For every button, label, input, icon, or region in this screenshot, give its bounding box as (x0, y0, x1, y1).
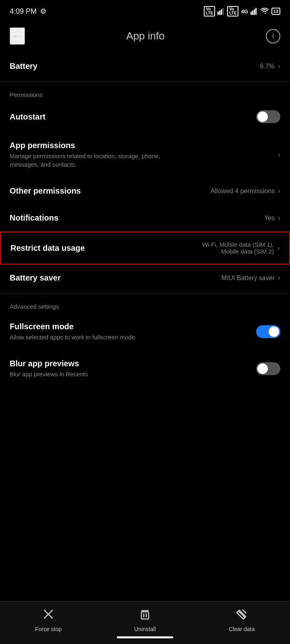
svg-rect-5 (252, 10, 253, 15)
clear-data-label: Clear data (229, 626, 255, 632)
restrict-data-label: Restrict data usage (10, 244, 185, 253)
divider-2 (0, 293, 290, 293)
svg-rect-4 (251, 12, 252, 15)
svg-rect-7 (255, 8, 257, 15)
wifi-icon (260, 8, 269, 15)
app-permissions-row[interactable]: App permissions Manage permissions relat… (0, 132, 290, 178)
info-button[interactable]: i (266, 29, 280, 43)
other-permissions-label: Other permissions (10, 186, 211, 196)
battery-right: 6.7% › (260, 62, 280, 70)
4g-icon: 4G (241, 8, 248, 14)
battery-icon: 13 (271, 8, 280, 15)
battery-value: 6.7% (260, 63, 275, 70)
divider-1 (0, 81, 290, 82)
autostart-left: Autostart (10, 112, 256, 122)
svg-line-16 (243, 610, 246, 613)
info-icon: i (272, 32, 274, 40)
uninstall-label: Uninstall (134, 626, 156, 632)
volte2-icon: VoLTE (227, 6, 238, 17)
other-permissions-row[interactable]: Other permissions Allowed 4 permissions … (0, 178, 290, 204)
app-permissions-right: › (278, 151, 280, 159)
svg-rect-10 (141, 612, 149, 619)
clear-data-icon (235, 608, 248, 623)
fullscreen-toggle-knob (269, 326, 279, 337)
bottom-actions: Force stop Uninstall (0, 608, 290, 632)
svg-rect-6 (254, 9, 255, 15)
notifications-label: Notifications (10, 213, 264, 223)
battery-saver-value: MIUI Battery saver (222, 275, 275, 282)
autostart-row[interactable]: Autostart (0, 101, 290, 132)
blur-toggle-knob (257, 363, 268, 374)
battery-saver-row[interactable]: Battery saver MIUI Battery saver › (0, 264, 290, 291)
back-button[interactable]: ← (10, 27, 25, 45)
app-permissions-chevron: › (278, 151, 280, 159)
blur-subtitle: Blur app previews in Recents (10, 370, 171, 378)
other-permissions-left: Other permissions (10, 186, 211, 196)
notifications-chevron: › (278, 214, 280, 222)
app-permissions-label: App permissions (10, 141, 278, 150)
notifications-value: Yes (264, 215, 275, 222)
blur-toggle[interactable] (256, 362, 280, 375)
bottom-spacer (0, 387, 290, 440)
blur-label: Blur app previews (10, 359, 256, 368)
force-stop-label: Force stop (35, 626, 62, 632)
force-stop-icon (42, 608, 55, 623)
signal1-icon (218, 8, 225, 15)
uninstall-icon (139, 608, 151, 623)
blur-left: Blur app previews Blur app previews in R… (10, 359, 256, 378)
svg-rect-1 (219, 10, 220, 15)
status-left: 4:09 PM ⚙ (10, 7, 46, 16)
restrict-data-right: Wi-Fi, Mobile data (SIM 1), Mobile data … (185, 241, 280, 255)
status-right: VoLTE VoLTE 4G 13 (204, 6, 280, 17)
svg-rect-3 (222, 8, 224, 15)
settings-icon: ⚙ (40, 7, 46, 16)
notifications-right: Yes › (264, 214, 280, 222)
svg-rect-0 (218, 12, 219, 15)
battery-saver-chevron: › (278, 274, 280, 282)
battery-left: Battery (10, 62, 260, 71)
restrict-data-usage-row[interactable]: Restrict data usage Wi-Fi, Mobile data (… (0, 231, 290, 264)
fullscreen-subtitle: Allow selected apps to work in fullscree… (10, 333, 171, 341)
other-permissions-chevron: › (278, 187, 280, 195)
battery-saver-left: Battery saver (10, 273, 222, 283)
force-stop-action[interactable]: Force stop (0, 608, 97, 632)
autostart-toggle-knob (257, 111, 268, 122)
blur-app-previews-row[interactable]: Blur app previews Blur app previews in R… (0, 350, 290, 387)
restrict-data-left: Restrict data usage (10, 244, 185, 253)
restrict-data-value: Wi-Fi, Mobile data (SIM 1), Mobile data … (185, 241, 274, 255)
app-permissions-left: App permissions Manage permissions relat… (10, 141, 278, 169)
header: ← App info i (0, 21, 290, 53)
fullscreen-label: Fullscreen mode (10, 322, 256, 331)
fullscreen-left: Fullscreen mode Allow selected apps to w… (10, 322, 256, 341)
restrict-data-chevron: › (277, 244, 280, 252)
fullscreen-toggle[interactable] (256, 325, 280, 338)
bottom-bar: Force stop Uninstall (0, 601, 290, 644)
advanced-section-label: Advanced settings (0, 295, 290, 313)
page-title: App info (126, 30, 164, 42)
fullscreen-mode-row[interactable]: Fullscreen mode Allow selected apps to w… (0, 313, 290, 350)
autostart-label: Autostart (10, 112, 256, 122)
app-permissions-subtitle: Manage permissions related to location, … (10, 152, 171, 169)
home-indicator (117, 636, 173, 638)
volte1-icon: VoLTE (204, 6, 215, 17)
clear-data-action[interactable]: Clear data (193, 608, 290, 632)
signal2-icon (251, 8, 258, 15)
battery-saver-right: MIUI Battery saver › (222, 274, 280, 282)
time-display: 4:09 PM (10, 7, 37, 16)
autostart-toggle[interactable] (256, 110, 280, 123)
notifications-left: Notifications (10, 213, 264, 223)
uninstall-action[interactable]: Uninstall (97, 608, 193, 632)
other-permissions-value: Allowed 4 permissions (211, 188, 275, 195)
battery-saver-label: Battery saver (10, 273, 222, 283)
battery-row[interactable]: Battery 6.7% › (0, 53, 290, 80)
status-bar: 4:09 PM ⚙ VoLTE VoLTE 4G 13 (0, 0, 290, 21)
notifications-row[interactable]: Notifications Yes › (0, 204, 290, 231)
battery-chevron: › (278, 62, 280, 70)
svg-rect-2 (221, 9, 222, 15)
permissions-section-label: Permissions (0, 83, 290, 101)
other-permissions-right: Allowed 4 permissions › (211, 187, 280, 195)
battery-label: Battery (10, 62, 260, 71)
